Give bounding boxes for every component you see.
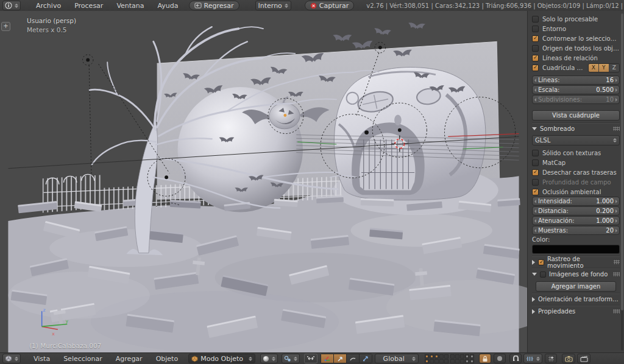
menu-ayuda[interactable]: Ayuda [151, 2, 185, 10]
drag-dots-icon[interactable] [613, 309, 620, 313]
translate-axes-icon [324, 355, 331, 362]
pivot-stepper[interactable] [294, 357, 297, 361]
scale-manipulator-button[interactable] [359, 354, 372, 363]
sidebar-scrollbar[interactable] [621, 13, 623, 351]
slider-atenuacion[interactable]: Atenuación:1.000 [532, 216, 620, 225]
opengl-render-still-button[interactable] [562, 354, 575, 363]
slider-lineas[interactable]: Líneas:16 [532, 75, 620, 85]
quad-view-button[interactable]: Vista cuádruple [532, 110, 620, 121]
slider-intensidad[interactable]: Intensidad:1.000 [532, 197, 620, 206]
mode-select[interactable]: Modo Objeto [188, 354, 255, 363]
editor-type-stepper[interactable] [15, 4, 18, 8]
menu-seleccionar[interactable]: Seleccionar [57, 355, 109, 363]
rotate-arc-button[interactable] [346, 354, 359, 363]
menu-ventana[interactable]: Ventana [110, 2, 151, 10]
snap-sphere-button[interactable] [494, 354, 506, 363]
translate-manipulator-button[interactable] [321, 354, 333, 363]
menu-vista[interactable]: Vista [27, 355, 57, 363]
snap-grid-dot-icon [548, 355, 555, 362]
panel-propiedades[interactable]: Propiedades [532, 306, 620, 317]
capture-button[interactable]: Capturar [305, 1, 354, 10]
3d-viewport[interactable]: z x y Usuario (persp) Meters x 0.5 + (1)… [0, 11, 527, 353]
3dview-cube-icon [5, 355, 12, 362]
rotate-manipulator-button[interactable] [333, 354, 346, 363]
properties-region: Solo lo procesable Entorno Contornear lo… [527, 11, 624, 353]
scene-statistics: v2.76 | Vért:308,051 | Caras:342,123 | T… [366, 2, 624, 9]
shading-mode-value: GLSL [535, 137, 550, 144]
grid-scale-label: Meters x 0.5 [27, 26, 66, 33]
panel-rastreo-movimiento[interactable]: Rastreo de movimiento [532, 256, 620, 267]
svg-text:z: z [43, 307, 46, 313]
editor-type-button-3dview[interactable] [2, 354, 21, 363]
layers-group-2[interactable] [450, 354, 474, 363]
expand-icon [532, 260, 535, 265]
layers-group-1[interactable] [425, 354, 448, 363]
manipulator-toggle[interactable] [304, 354, 317, 363]
gray-sphere-icon [497, 355, 503, 362]
drag-dots-icon[interactable] [614, 260, 620, 264]
check-origen-objetos[interactable]: Origen de todos los objetos [532, 43, 620, 53]
svg-text:y: y [65, 318, 68, 324]
editor-type-button[interactable] [2, 1, 21, 10]
check-lineas-relacion[interactable]: Líneas de relación [532, 53, 620, 63]
viewport-canvas[interactable]: z x y [0, 11, 527, 353]
menu-agregar[interactable]: Agregar [109, 355, 149, 363]
slider-escala[interactable]: Escala:0.500 [532, 85, 620, 94]
menu-objeto[interactable]: Objeto [149, 355, 185, 363]
magnet-icon [512, 355, 519, 362]
orientation-value: Global [378, 355, 410, 363]
panel-orientacion-transformaciones[interactable]: Orientación de transformaciones [532, 293, 620, 304]
shading-mode-select[interactable]: GLSL [532, 135, 620, 145]
color-label: Color: [532, 236, 620, 244]
grid-axis-toggle-group[interactable]: X Y Z [588, 63, 620, 72]
toolshelf-expand-button[interactable]: + [1, 22, 10, 31]
drag-dots-icon[interactable] [613, 127, 620, 131]
panel-sombreado[interactable]: Sombreado [532, 123, 620, 134]
axis-toggle-z[interactable]: Z [609, 64, 619, 72]
object-mode-cube-icon [191, 355, 198, 362]
menu-procesar[interactable]: Procesar [68, 2, 110, 10]
lock-to-scene-button[interactable] [479, 354, 491, 363]
collapse-icon [532, 127, 537, 130]
slider-muestras[interactable]: Muestras:20 [532, 226, 620, 235]
pivot-point-select[interactable] [282, 354, 300, 363]
active-object-label: (1) MurciCalabaza.007 [29, 342, 101, 349]
menu-archivo[interactable]: Archivo [29, 2, 68, 10]
view-name-label: Usuario (persp) [27, 17, 76, 24]
check-entorno[interactable]: Entorno [532, 24, 620, 33]
manipulator-arrows-icon [307, 355, 315, 362]
check-oclusion-ambiental[interactable]: Oclusión ambiental [532, 187, 620, 197]
render-engine-select[interactable]: Interno [255, 1, 291, 10]
camera-icon [565, 355, 573, 362]
snap-element-stepper[interactable] [536, 357, 540, 361]
clapperboard-icon [580, 355, 588, 362]
ao-color-swatch[interactable] [532, 245, 620, 254]
snap-target-button[interactable] [545, 354, 557, 363]
capture-button-label: Capturar [319, 2, 349, 10]
grave-slab[interactable] [361, 198, 394, 207]
snap-toggle-button[interactable] [509, 354, 522, 363]
opengl-render-anim-button[interactable] [577, 354, 590, 363]
back-icon [194, 2, 202, 9]
back-button[interactable]: Regresar [189, 1, 239, 10]
check-contornear[interactable]: Contornear lo seleccionado [532, 33, 620, 43]
snap-element-select[interactable] [523, 354, 542, 363]
rotate-arc-icon [349, 355, 356, 362]
transform-orientation-select[interactable]: Global [375, 354, 419, 363]
drag-dots-icon[interactable] [613, 272, 620, 276]
shading-sphere-icon [263, 355, 269, 362]
check-solo-procesable[interactable]: Solo lo procesable [532, 14, 620, 24]
panel-imagenes-fondo[interactable]: Imágenes de fondo [532, 268, 620, 279]
check-desechar-caras[interactable]: Desechar caras traseras [532, 167, 620, 177]
shading-stepper[interactable] [272, 357, 275, 361]
slider-distancia[interactable]: Distancia:0.200 [532, 206, 620, 215]
check-cuadricula[interactable]: Cuadrícula p... X Y Z [532, 63, 620, 72]
viewport-shading-select[interactable] [260, 354, 278, 363]
editor-type-stepper[interactable] [15, 357, 18, 361]
expand-icon [532, 297, 535, 302]
check-solido-texturas[interactable]: Sólido con texturas [532, 148, 620, 158]
add-image-button[interactable]: Agregar imagen [536, 281, 616, 292]
axis-toggle-y[interactable]: Y [599, 64, 609, 72]
axis-toggle-x[interactable]: X [589, 64, 598, 72]
check-matcap[interactable]: MatCap [532, 158, 620, 167]
